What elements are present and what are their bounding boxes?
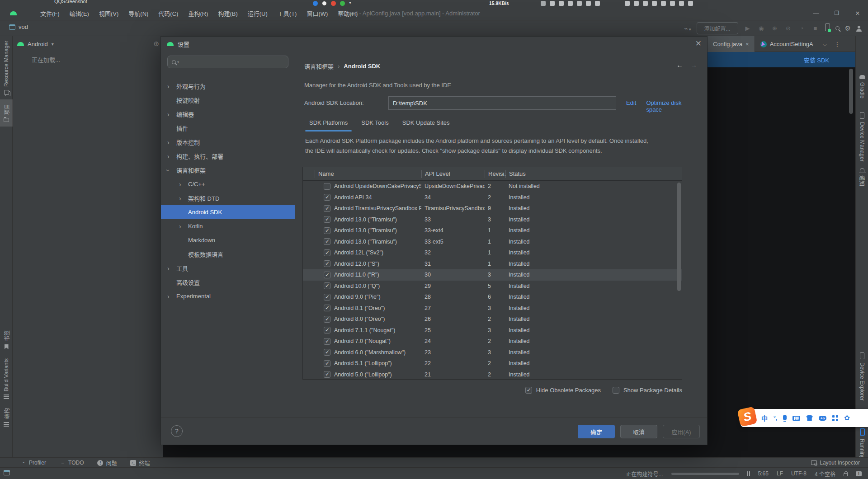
settings-flower-icon[interactable]	[844, 414, 850, 422]
table-row[interactable]: Android 8.1 ("Oreo") 27 3 Installed	[303, 303, 682, 314]
row-checkbox[interactable]	[324, 349, 330, 356]
row-checkbox[interactable]	[324, 260, 330, 267]
menu-item[interactable]: 构建(B)	[213, 9, 242, 18]
settings-search-input[interactable]	[167, 56, 288, 68]
dialog-close-icon[interactable]	[695, 39, 702, 48]
settings-tree-item[interactable]: Markdown	[161, 233, 295, 247]
close-icon[interactable]	[847, 6, 868, 20]
toolbar-action-icon[interactable]	[757, 24, 765, 33]
settings-tree-item[interactable]: 按键映射	[161, 93, 295, 107]
settings-tree-item[interactable]: 构建、执行、部署	[161, 149, 295, 163]
tool-window-tab[interactable]: Build Variants	[0, 354, 13, 404]
row-checkbox[interactable]	[324, 360, 330, 367]
run-config-selector[interactable]: 添加配置...	[697, 22, 738, 34]
device-dropdown-icon[interactable]: ⌁	[684, 25, 691, 32]
help-icon[interactable]	[171, 425, 183, 437]
table-row[interactable]: Android 13.0 ("Tiramisu") 33-ext5 1 Inst…	[303, 236, 682, 248]
settings-tree-item[interactable]: 语言和框架	[161, 163, 295, 177]
lock-icon[interactable]	[844, 473, 848, 476]
column-name[interactable]: Name	[315, 170, 421, 178]
tool-window-tab[interactable]: 问题	[97, 459, 117, 467]
table-row[interactable]: Android 13.0 ("Tiramisu") 33-ext4 1 Inst…	[303, 225, 682, 236]
indent-setting[interactable]: 4 个空格	[815, 470, 835, 478]
table-row[interactable]: Android 7.0 ("Nougat") 24 2 Installed	[303, 336, 682, 347]
row-checkbox[interactable]	[324, 227, 330, 234]
sogou-logo[interactable]	[737, 406, 757, 427]
tool-window-tab[interactable]: Profiler	[20, 460, 46, 466]
row-checkbox[interactable]	[324, 238, 330, 245]
edit-link[interactable]: Edit	[626, 99, 636, 113]
row-checkbox[interactable]	[324, 183, 330, 190]
install-sdk-link[interactable]: 安装 SDK	[804, 56, 829, 64]
settings-tree-item[interactable]: 版本控制	[161, 135, 295, 149]
tab-options-kebab-icon[interactable]	[830, 36, 844, 52]
menu-item[interactable]: 运行(U)	[243, 9, 273, 18]
table-row[interactable]: Android 5.1 ("Lollipop") 22 2 Installed	[303, 358, 682, 369]
project-view-selector[interactable]: Android	[28, 41, 48, 47]
maximize-icon[interactable]	[826, 6, 847, 20]
table-scrollbar[interactable]	[677, 183, 681, 291]
tool-window-tab-gradle[interactable]: Gradle	[856, 75, 868, 99]
settings-tree-item[interactable]: C/C++	[161, 177, 295, 191]
settings-tree-item[interactable]: Experimental	[161, 289, 295, 303]
settings-tree-item[interactable]: 工具	[161, 261, 295, 275]
settings-tree-item[interactable]: Kotlin	[161, 219, 295, 233]
row-checkbox[interactable]	[324, 249, 330, 256]
table-row[interactable]: Android 6.0 ("Marshmallow") 23 3 Install…	[303, 347, 682, 358]
tool-window-toggle-icon[interactable]	[4, 470, 10, 475]
menu-item[interactable]: 编辑(E)	[65, 9, 94, 18]
profile-icon[interactable]	[856, 26, 862, 31]
settings-tree-item[interactable]: 高级设置	[161, 275, 295, 289]
option-checkbox-item[interactable]: Hide Obsolete Packages	[525, 387, 601, 394]
toolbar-action-icon[interactable]	[771, 24, 779, 33]
table-row[interactable]: Android 12L ("Sv2") 32 1 Installed	[303, 247, 682, 258]
toolbar-action-icon[interactable]	[744, 24, 752, 33]
table-row[interactable]: Android 11.0 ("R") 30 3 Installed	[303, 269, 682, 281]
option-checkbox-item[interactable]: Show Package Details	[613, 387, 682, 394]
tool-window-tab[interactable]: TODO	[60, 460, 84, 466]
punctuation-icon[interactable]	[774, 415, 777, 421]
row-checkbox[interactable]	[324, 216, 330, 223]
row-checkbox[interactable]	[324, 305, 330, 311]
sdk-tab[interactable]: SDK Tools	[356, 115, 393, 131]
table-row[interactable]: Android 12.0 ("S") 31 1 Installed	[303, 258, 682, 270]
toolbar-action-icon[interactable]	[798, 24, 806, 33]
row-checkbox[interactable]	[324, 316, 330, 323]
table-row[interactable]: Android 7.1.1 ("Nougat") 25 3 Installed	[303, 325, 682, 336]
checkbox[interactable]	[525, 387, 532, 394]
line-separator[interactable]: LF	[777, 470, 783, 477]
keyboard-icon[interactable]	[793, 416, 800, 421]
toolbox-grid-icon[interactable]	[832, 415, 835, 418]
table-row[interactable]: Android 9.0 ("Pie") 28 6 Installed	[303, 291, 682, 303]
ok-button[interactable]: 确定	[578, 425, 615, 438]
menu-item[interactable]: 导航(N)	[123, 9, 153, 18]
optimize-disk-space-link[interactable]: Optimize disk space	[646, 99, 698, 113]
table-row[interactable]: Android TiramisuPrivacySandbox Preview T…	[303, 203, 682, 214]
editor-tab-config[interactable]: Config.java	[708, 36, 755, 52]
settings-tree-item[interactable]: 插件	[161, 121, 295, 135]
tool-window-tab[interactable]: 项目	[0, 99, 13, 127]
tool-window-tab[interactable]: 书签	[0, 326, 13, 354]
notifications-icon[interactable]	[856, 471, 862, 476]
menu-item[interactable]: 工具(T)	[273, 9, 302, 18]
sdk-tab[interactable]: SDK Platforms	[304, 115, 353, 131]
sdk-location-input[interactable]: D:\temp\SDK	[388, 96, 616, 110]
editor-tab-accountsetting[interactable]: AccountSettingA	[755, 36, 819, 52]
device-manager-icon[interactable]	[825, 23, 830, 33]
file-encoding[interactable]: UTF-8	[791, 470, 807, 477]
chinese-mode-indicator[interactable]: 中	[761, 413, 768, 423]
checkbox[interactable]	[613, 387, 619, 394]
column-revision[interactable]: Revisi...	[485, 170, 505, 178]
settings-tree-item[interactable]: 模板数据语言	[161, 247, 295, 261]
toolbar-action-icon[interactable]	[811, 24, 820, 33]
row-checkbox[interactable]	[324, 194, 330, 201]
locate-file-icon[interactable]	[153, 40, 159, 48]
row-checkbox[interactable]	[324, 338, 330, 345]
tab-list-chevron-icon[interactable]	[819, 36, 830, 52]
table-row[interactable]: Android 13.0 ("Tiramisu") 33 3 Installed	[303, 214, 682, 225]
editor-scrollbar[interactable]	[849, 69, 853, 114]
search-everywhere-icon[interactable]	[835, 26, 840, 30]
settings-tree-item[interactable]: 外观与行为	[161, 79, 295, 93]
tool-window-tab[interactable]: 结构	[0, 404, 13, 431]
row-checkbox[interactable]	[324, 327, 330, 333]
